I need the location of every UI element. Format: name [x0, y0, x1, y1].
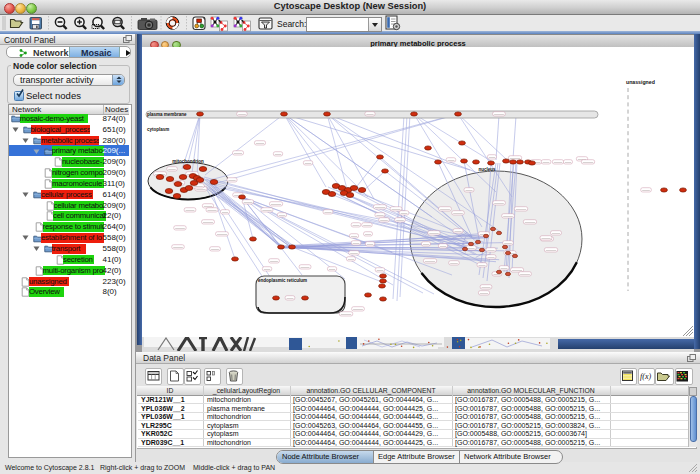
svg-text:nucleus: nucleus	[478, 167, 496, 172]
svg-text:mitochondrion: mitochondrion	[172, 159, 204, 164]
svg-text:cytoplasm: cytoplasm	[147, 127, 169, 132]
svg-text:f(x): f(x)	[640, 372, 651, 381]
svg-text:plasma membrane: plasma membrane	[147, 112, 187, 117]
svg-text:endoplasmic reticulum: endoplasmic reticulum	[258, 278, 307, 283]
svg-text:unassigned: unassigned	[626, 79, 655, 85]
